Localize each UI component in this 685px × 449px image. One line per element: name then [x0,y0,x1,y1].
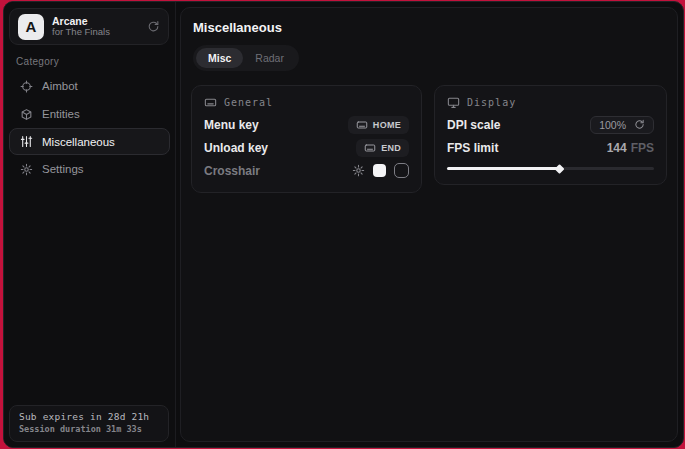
general-panel: General Menu key HOME Unload key [191,85,422,193]
refresh-icon[interactable] [147,20,160,33]
gear-icon [19,163,33,176]
sidebar-item-label: Miscellaneous [42,136,115,148]
sidebar: A Arcane for The Finals Category Aimbot [4,2,176,447]
session-duration-text: Session duration 31m 33s [19,424,159,434]
entities-icon [19,108,33,121]
sub-expiry-text: Sub expires in 28d 21h [19,411,159,422]
display-panel-title: Display [467,97,516,108]
general-panel-title: General [224,97,273,108]
fps-limit-label: FPS limit [447,141,498,155]
menu-key-row: Menu key HOME [204,113,409,136]
dpi-scale-control[interactable]: 100% [590,116,654,134]
sidebar-item-label: Entities [42,108,80,120]
crosshair-settings-gear-icon[interactable] [352,164,365,177]
sidebar-item-miscellaneous[interactable]: Miscellaneous [9,128,170,155]
dpi-scale-value: 100% [599,119,626,131]
unload-key-label: Unload key [204,141,268,155]
subscription-info: Sub expires in 28d 21h Session duration … [9,405,169,442]
fps-slider[interactable] [447,167,654,170]
brand-card: A Arcane for The Finals [9,8,169,45]
tab-bar: Misc Radar [193,45,299,71]
fps-limit-value: 144FPS [607,141,654,155]
crosshair-label: Crosshair [204,164,260,178]
settings-cards: General Menu key HOME Unload key [191,85,667,193]
main-area: Miscellaneous Misc Radar General [176,2,683,447]
unload-key-row: Unload key END [204,136,409,159]
page-title: Miscellaneous [193,20,667,35]
menu-key-value: HOME [373,120,401,130]
category-label: Category [16,56,59,67]
unload-key-value: END [381,143,401,153]
fps-slider-thumb[interactable] [554,164,564,174]
sliders-icon [19,135,33,148]
general-panel-header: General [204,96,409,109]
dpi-scale-row: DPI scale 100% [447,113,654,136]
unload-key-button[interactable]: END [356,139,409,157]
fps-slider-fill [447,167,559,170]
menu-key-label: Menu key [204,118,259,132]
tab-misc[interactable]: Misc [196,48,243,68]
fps-limit-row: FPS limit 144FPS [447,136,654,159]
display-panel-header: Display [447,96,654,109]
menu-key-button[interactable]: HOME [348,116,409,134]
app-window: A Arcane for The Finals Category Aimbot [3,1,684,448]
dpi-refresh-icon[interactable] [634,119,645,130]
sidebar-item-label: Settings [42,163,84,175]
general-icon [204,96,217,109]
sidebar-item-label: Aimbot [42,80,78,92]
sidebar-item-entities[interactable]: Entities [9,100,170,128]
sidebar-item-aimbot[interactable]: Aimbot [9,72,170,100]
main-panel: Miscellaneous Misc Radar General [180,7,678,442]
brand-text: Arcane for The Finals [52,15,147,38]
crosshair-checkbox[interactable] [394,163,409,178]
brand-subtitle: for The Finals [52,27,147,38]
tab-radar[interactable]: Radar [243,48,296,68]
crosshair-icon [19,80,33,93]
crosshair-color-swatch[interactable] [373,164,386,177]
fps-unit: FPS [631,141,654,155]
display-panel: Display DPI scale 100% [434,85,667,185]
avatar: A [18,14,44,40]
fps-number: 144 [607,141,627,155]
monitor-icon [447,96,460,109]
sidebar-nav: Aimbot Entities Miscellaneous [9,72,170,183]
crosshair-controls [352,163,409,178]
crosshair-row: Crosshair [204,159,409,182]
dpi-scale-label: DPI scale [447,118,500,132]
sidebar-item-settings[interactable]: Settings [9,155,170,183]
